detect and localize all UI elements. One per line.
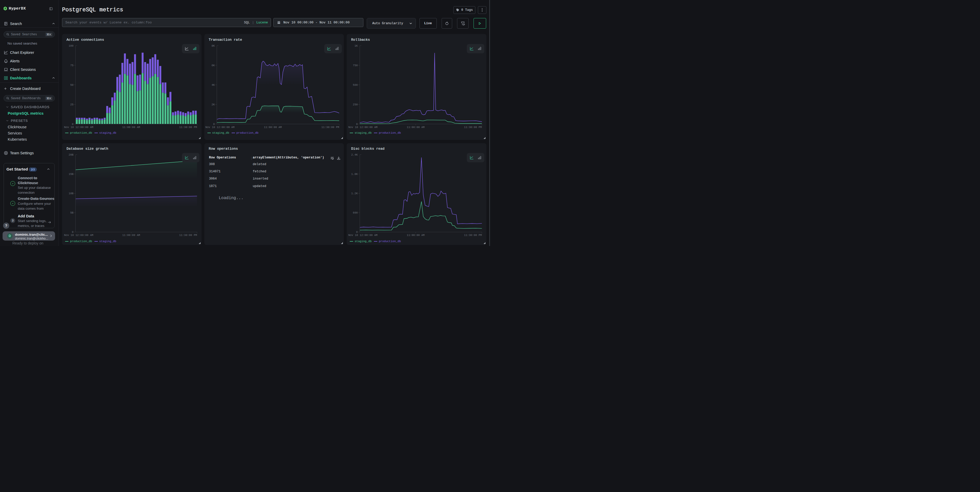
svg-text:Nov 10 12:00:00 AM: Nov 10 12:00:00 AM <box>348 234 377 237</box>
svg-text:0: 0 <box>356 230 358 234</box>
svg-text:11:00:00 AM: 11:00:00 AM <box>407 234 425 237</box>
svg-text:1.8K: 1.8K <box>351 173 358 176</box>
svg-text:1.2K: 1.2K <box>351 192 358 195</box>
svg-text:2.4K: 2.4K <box>351 153 358 157</box>
svg-text:11:30:00 PM: 11:30:00 PM <box>464 234 482 237</box>
svg-text:600: 600 <box>353 211 358 214</box>
